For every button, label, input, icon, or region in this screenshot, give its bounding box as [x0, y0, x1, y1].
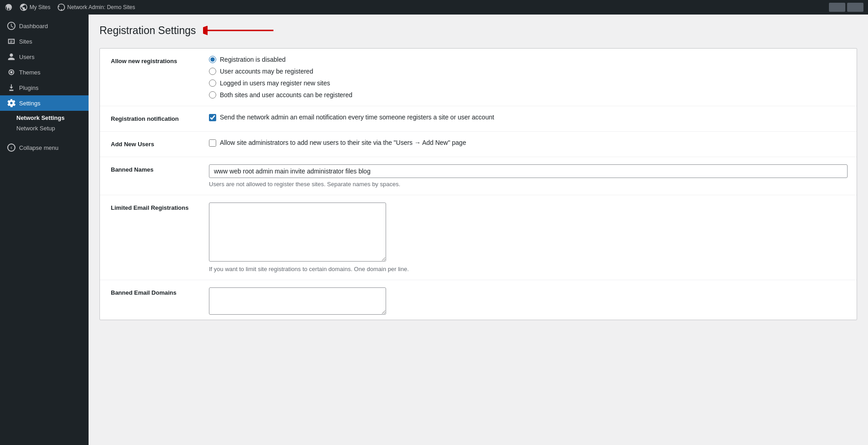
- radio-option-disabled: Registration is disabled: [209, 56, 848, 63]
- sidebar-dashboard-label: Dashboard: [19, 23, 48, 30]
- allow-registrations-value: Registration is disabled User accounts m…: [204, 49, 857, 106]
- radio-blog-input[interactable]: [209, 79, 216, 87]
- sidebar-item-dashboard[interactable]: Dashboard: [0, 18, 89, 34]
- allow-registrations-label: Allow new registrations: [100, 49, 204, 106]
- wp-logo-button[interactable]: [5, 3, 13, 11]
- page-title-row: Registration Settings: [99, 24, 857, 37]
- user-avatar-2: [847, 3, 863, 12]
- my-sites-icon: [20, 4, 27, 11]
- settings-form: Allow new registrations Registration is …: [99, 48, 857, 320]
- limited-email-value: If you want to limit site registrations …: [204, 195, 857, 280]
- sidebar-plugins-label: Plugins: [19, 84, 39, 91]
- sites-icon: [7, 37, 15, 45]
- reg-notification-checkbox[interactable]: [209, 114, 216, 121]
- add-new-users-checkbox-label: Allow site administrators to add new use…: [220, 139, 466, 146]
- plugins-icon: [7, 84, 15, 92]
- collapse-menu-button[interactable]: Collapse menu: [0, 139, 89, 156]
- reg-notification-checkbox-label: Send the network admin an email notifica…: [220, 114, 494, 121]
- sidebar-item-plugins[interactable]: Plugins: [0, 80, 89, 95]
- radio-option-all: Both sites and user accounts can be regi…: [209, 91, 848, 99]
- radio-option-user: User accounts may be registered: [209, 68, 848, 75]
- dashboard-icon: [7, 22, 15, 30]
- my-sites-button[interactable]: My Sites: [20, 4, 50, 11]
- radio-user-input[interactable]: [209, 68, 216, 75]
- themes-icon: [7, 68, 15, 76]
- banned-email-domains-textarea[interactable]: [209, 287, 386, 315]
- my-sites-label: My Sites: [30, 4, 50, 10]
- radio-all-label: Both sites and user accounts can be regi…: [220, 91, 352, 99]
- limited-email-label: Limited Email Registrations: [100, 195, 204, 280]
- settings-icon: [7, 99, 15, 107]
- sidebar-item-settings[interactable]: Settings: [0, 95, 89, 111]
- banned-email-domains-label: Banned Email Domains: [100, 280, 204, 320]
- sidebar-network-setup[interactable]: Network Setup: [16, 123, 89, 134]
- sidebar-settings-label: Settings: [19, 100, 40, 107]
- banned-names-value: Users are not allowed to register these …: [204, 157, 857, 195]
- radio-blog-label: Logged in users may register new sites: [220, 79, 330, 87]
- add-new-users-checkbox-wrapper: Allow site administrators to add new use…: [209, 139, 848, 147]
- main-content: Registration Settings Allow new registra…: [89, 15, 868, 445]
- limited-email-textarea[interactable]: [209, 203, 386, 262]
- network-admin-label: Network Admin: Demo Sites: [67, 4, 135, 10]
- allow-registrations-row: Allow new registrations Registration is …: [100, 49, 857, 106]
- arrow-annotation: [203, 24, 276, 37]
- reg-notification-checkbox-wrapper: Send the network admin an email notifica…: [209, 114, 848, 121]
- network-admin-icon: [58, 4, 65, 11]
- collapse-label: Collapse menu: [19, 144, 59, 151]
- sidebar-item-sites[interactable]: Sites: [0, 34, 89, 49]
- reg-notification-row: Registration notification Send the netwo…: [100, 106, 857, 132]
- sidebar-submenu: Network Settings Network Setup: [0, 111, 89, 135]
- add-new-users-checkbox[interactable]: [209, 139, 216, 147]
- radio-user-label: User accounts may be registered: [220, 68, 313, 75]
- banned-names-help: Users are not allowed to register these …: [209, 181, 848, 188]
- banned-email-domains-row: Banned Email Domains: [100, 280, 857, 320]
- admin-bar: My Sites Network Admin: Demo Sites: [0, 0, 868, 15]
- banned-names-input[interactable]: [209, 164, 848, 178]
- limited-email-row: Limited Email Registrations If you want …: [100, 195, 857, 280]
- add-new-users-value: Allow site administrators to add new use…: [204, 132, 857, 157]
- reg-notification-value: Send the network admin an email notifica…: [204, 106, 857, 131]
- collapse-icon: [7, 143, 15, 152]
- sidebar-sites-label: Sites: [19, 38, 32, 45]
- sidebar-network-settings[interactable]: Network Settings: [16, 113, 89, 123]
- wp-logo-icon: [5, 3, 13, 11]
- radio-option-blog: Logged in users may register new sites: [209, 79, 848, 87]
- limited-email-help: If you want to limit site registrations …: [209, 266, 848, 272]
- add-new-users-row: Add New Users Allow site administrators …: [100, 132, 857, 157]
- user-avatar: [829, 3, 845, 12]
- radio-disabled-input[interactable]: [209, 56, 216, 63]
- radio-disabled-label: Registration is disabled: [220, 56, 286, 63]
- banned-names-row: Banned Names Users are not allowed to re…: [100, 157, 857, 195]
- sidebar-item-themes[interactable]: Themes: [0, 64, 89, 80]
- network-admin-button[interactable]: Network Admin: Demo Sites: [58, 4, 135, 11]
- layout: Dashboard Sites Users Themes Plugins Set…: [0, 15, 868, 445]
- banned-names-label: Banned Names: [100, 157, 204, 195]
- banned-email-domains-value: [204, 280, 857, 320]
- arrow-icon: [203, 24, 276, 37]
- sidebar-users-label: Users: [19, 54, 35, 60]
- page-title: Registration Settings: [99, 25, 196, 37]
- radio-all-input[interactable]: [209, 91, 216, 99]
- users-icon: [7, 53, 15, 61]
- sidebar-item-users[interactable]: Users: [0, 49, 89, 64]
- sidebar-themes-label: Themes: [19, 69, 40, 76]
- reg-notification-label: Registration notification: [100, 106, 204, 131]
- add-new-users-label: Add New Users: [100, 132, 204, 157]
- sidebar: Dashboard Sites Users Themes Plugins Set…: [0, 15, 89, 445]
- admin-bar-right: [829, 3, 863, 12]
